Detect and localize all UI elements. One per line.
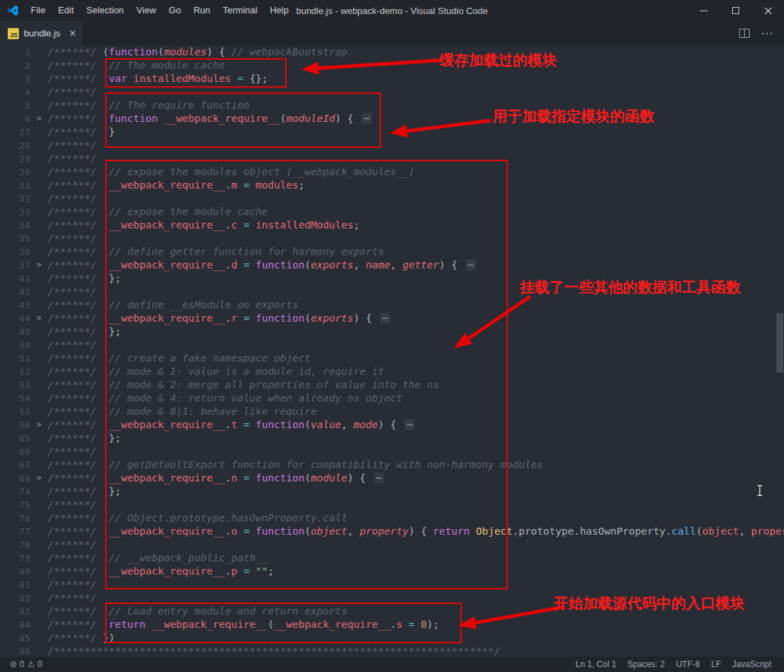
code-line-content[interactable]: /******/ } [48, 125, 115, 139]
line-number[interactable]: 29 [0, 152, 30, 165]
status-indentation[interactable]: Spaces: 2 [622, 659, 670, 669]
code-editor[interactable]: 1/******/ (function(modules) { // webpac… [0, 46, 784, 657]
menu-terminal[interactable]: Terminal [216, 0, 263, 21]
code-line-content[interactable]: /******/ [48, 85, 97, 99]
line-number[interactable]: 31 [0, 179, 30, 192]
code-line-content[interactable]: /******/ [48, 445, 97, 458]
line-number[interactable]: 50 [0, 338, 30, 352]
code-line-content[interactable]: /******/ var installedModules = {}; [48, 72, 268, 85]
code-line-content[interactable]: /******/ [48, 498, 97, 512]
line-number[interactable]: 41 [0, 272, 30, 285]
code-line-content[interactable]: /******/ // __webpack_public_path__ [48, 551, 268, 565]
line-number[interactable]: 82 [0, 591, 30, 605]
menu-edit[interactable]: Edit [52, 0, 80, 21]
code-line-content[interactable]: /******/ __webpack_require__.t = functio… [48, 418, 415, 432]
menu-selection[interactable]: Selection [80, 0, 130, 21]
code-line-content[interactable]: /******/ }; [48, 325, 121, 338]
menu-file[interactable]: File [25, 0, 52, 21]
code-line-content[interactable]: /******/ return __webpack_require__(__we… [48, 618, 439, 631]
tab-close-icon[interactable]: × [69, 27, 76, 40]
code-line-content[interactable]: /******/ [48, 338, 97, 352]
code-line-content[interactable]: /******/ __webpack_require__.p = ""; [48, 565, 274, 578]
code-line-content[interactable]: /***************************************… [48, 645, 500, 657]
line-number[interactable]: 65 [0, 432, 30, 445]
line-number[interactable]: 80 [0, 565, 30, 578]
menu-run[interactable]: Run [187, 0, 216, 21]
line-number[interactable]: 27 [0, 125, 30, 139]
code-line-content[interactable]: /******/ [48, 139, 97, 152]
code-line-content[interactable]: /******/ __webpack_require__.d = functio… [48, 259, 476, 272]
code-line-content[interactable]: /******/ __webpack_require__.r = functio… [48, 312, 390, 325]
line-number[interactable]: 84 [0, 618, 30, 631]
code-line-content[interactable]: /******/ }) [48, 631, 115, 645]
code-line-content[interactable]: /******/ // expose the module cache [48, 205, 268, 219]
code-line-content[interactable]: /******/ }; [48, 485, 121, 498]
menu-go[interactable]: Go [163, 0, 187, 21]
fold-chevron-icon[interactable]: > [30, 312, 48, 325]
code-line-content[interactable]: /******/ // define __esModule on exports [48, 299, 298, 312]
code-line-content[interactable]: /******/ __webpack_require__.m = modules… [48, 179, 305, 192]
line-number[interactable]: 74 [0, 485, 30, 498]
more-actions-icon[interactable]: ⋯ [761, 30, 773, 37]
code-line-content[interactable]: /******/ [48, 578, 97, 591]
line-number[interactable]: 5 [0, 99, 30, 112]
fold-chevron-icon[interactable]: > [30, 418, 48, 432]
line-number[interactable]: 75 [0, 498, 30, 512]
code-line-content[interactable]: /******/ // create a fake namespace obje… [48, 352, 310, 365]
code-line-content[interactable]: /******/ // mode & 4: return value when … [48, 392, 402, 405]
line-number[interactable]: 1 [0, 46, 30, 59]
split-editor-icon[interactable] [739, 29, 750, 38]
line-number[interactable]: 68 [0, 472, 30, 485]
line-number[interactable]: 67 [0, 458, 30, 472]
line-number[interactable]: 37 [0, 259, 30, 272]
line-number[interactable]: 86 [0, 645, 30, 657]
code-line-content[interactable]: /******/ // mode & 8|1: behave like requ… [48, 405, 317, 418]
fold-chevron-icon[interactable]: > [30, 472, 48, 485]
menu-help[interactable]: Help [263, 0, 295, 21]
line-number[interactable]: 3 [0, 72, 30, 85]
code-line-content[interactable]: /******/ __webpack_require__.c = install… [48, 219, 359, 232]
status-encoding[interactable]: UTF-8 [670, 659, 706, 669]
code-line-content[interactable]: /******/ // Load entry module and return… [48, 605, 348, 618]
fold-chevron-icon[interactable]: > [30, 259, 48, 272]
code-line-content[interactable]: /******/ __webpack_require__.n = functio… [48, 472, 384, 485]
line-number[interactable]: 2 [0, 59, 30, 72]
code-line-content[interactable]: /******/ [48, 232, 97, 245]
minimize-button[interactable] [687, 0, 720, 21]
line-number[interactable]: 6 [0, 112, 30, 125]
code-line-content[interactable]: /******/ // Object.prototype.hasOwnPrope… [48, 512, 348, 525]
line-number[interactable]: 51 [0, 352, 30, 365]
menu-view[interactable]: View [130, 0, 163, 21]
line-number[interactable]: 81 [0, 578, 30, 591]
line-number[interactable]: 83 [0, 605, 30, 618]
status-language[interactable]: JavaScript [727, 659, 777, 669]
code-line-content[interactable]: /******/ (function(modules) { // webpack… [48, 46, 348, 59]
fold-chevron-icon[interactable]: > [30, 112, 48, 125]
line-number[interactable]: 34 [0, 219, 30, 232]
status-eol[interactable]: LF [706, 659, 727, 669]
line-number[interactable]: 78 [0, 538, 30, 551]
code-line-content[interactable]: /******/ [48, 591, 97, 605]
maximize-button[interactable] [720, 0, 752, 21]
tab-bundle-js[interactable]: JS bundle.js × [0, 21, 84, 46]
status-cursor-position[interactable]: Ln 1, Col 1 [570, 659, 622, 669]
problems-indicator[interactable]: ⊘ 0 ⚠ 0 [7, 659, 45, 669]
code-line-content[interactable]: /******/ }; [48, 432, 121, 445]
line-number[interactable]: 53 [0, 378, 30, 392]
code-line-content[interactable]: /******/ __webpack_require__.o = functio… [48, 525, 784, 538]
line-number[interactable]: 36 [0, 245, 30, 259]
line-number[interactable]: 32 [0, 192, 30, 205]
vertical-scrollbar-thumb[interactable] [776, 313, 783, 373]
line-number[interactable]: 30 [0, 165, 30, 179]
line-number[interactable]: 79 [0, 551, 30, 565]
line-number[interactable]: 77 [0, 525, 30, 538]
line-number[interactable]: 33 [0, 205, 30, 219]
code-line-content[interactable]: /******/ // expose the modules object (_… [48, 165, 415, 179]
line-number[interactable]: 44 [0, 312, 30, 325]
line-number[interactable]: 42 [0, 285, 30, 299]
line-number[interactable]: 85 [0, 631, 30, 645]
code-line-content[interactable]: /******/ function __webpack_require__(mo… [48, 112, 372, 125]
code-line-content[interactable]: /******/ // mode & 1: value is a module … [48, 365, 384, 378]
line-number[interactable]: 28 [0, 139, 30, 152]
line-number[interactable]: 55 [0, 405, 30, 418]
